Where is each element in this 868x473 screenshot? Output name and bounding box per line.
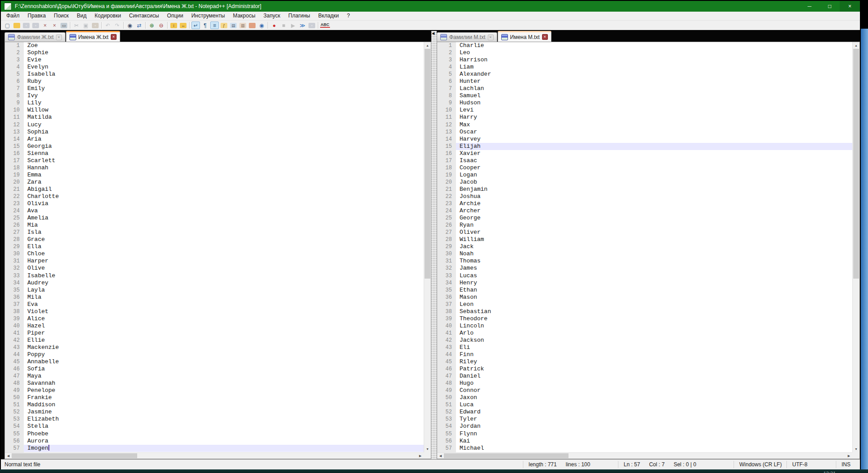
scroll-left-arrow-icon[interactable]: ◀ — [5, 453, 12, 459]
pane-splitter[interactable]: ◀ — [431, 31, 437, 459]
scroll-right-arrow-icon[interactable]: ▶ — [417, 453, 424, 459]
line-number: 17 — [5, 157, 24, 164]
redo-icon[interactable]: ↷ — [113, 22, 122, 29]
right-text-area[interactable]: 1Charlie2Leo3Harrison4Liam5Alexander6Hun… — [437, 42, 852, 452]
scroll-left-arrow-icon[interactable]: ◀ — [437, 453, 444, 459]
macro-stop-icon[interactable]: ■ — [279, 22, 288, 29]
left-vscroll-thumb[interactable] — [425, 49, 430, 279]
tab-close-icon[interactable]: × — [56, 34, 62, 40]
macro-save-icon[interactable]: ▫ — [308, 22, 316, 29]
close-file-icon[interactable]: × — [41, 22, 49, 29]
new-file-icon[interactable]: ▢ — [3, 22, 12, 29]
line-number: 13 — [437, 129, 456, 136]
right-hscroll-thumb[interactable] — [444, 453, 569, 458]
menu-item-language[interactable]: Синтаксисы — [125, 12, 163, 20]
menu-item-run[interactable]: Запуск — [260, 12, 285, 20]
function-list-icon[interactable]: ƒ — [220, 22, 228, 29]
macro-run-multiple-icon[interactable]: ≫ — [298, 22, 307, 29]
scroll-up-arrow-icon[interactable]: ▲ — [853, 42, 859, 49]
document-map-icon[interactable]: ▤ — [229, 22, 238, 29]
tab-имена-ж-txt[interactable]: Имена Ж.txt× — [66, 31, 120, 42]
scroll-down-arrow-icon[interactable]: ▼ — [853, 446, 859, 452]
print-icon[interactable]: ▭ — [60, 22, 68, 29]
line-number: 35 — [437, 287, 456, 294]
left-text-area[interactable]: 1Zoe2Sophie3Evie4Evelyn5Isabella6Ruby7Em… — [5, 42, 424, 452]
save-all-icon[interactable]: ▫ — [31, 22, 40, 29]
line-text: Theodore — [456, 315, 852, 322]
menu-item-help[interactable]: ? — [343, 12, 354, 20]
right-editor[interactable]: 1Charlie2Leo3Harrison4Liam5Alexander6Hun… — [437, 42, 860, 459]
sync-vertical-scrolling-icon[interactable]: ↕ — [169, 22, 178, 29]
editor-line: 25Amelia — [5, 215, 424, 222]
line-text: Savannah — [24, 380, 424, 387]
right-vertical-scrollbar[interactable]: ▲ ▼ — [852, 42, 859, 452]
menu-item-edit[interactable]: Правка — [24, 12, 50, 20]
spell-check-abc-icon[interactable]: ABC — [320, 22, 330, 29]
tab-close-icon[interactable]: × — [542, 34, 548, 40]
editor-line: 32James — [437, 265, 852, 272]
indent-guide-icon[interactable]: ≡ — [210, 22, 219, 29]
save-icon[interactable]: ▫ — [22, 22, 30, 29]
line-number: 32 — [437, 265, 456, 272]
left-editor[interactable]: 1Zoe2Sophie3Evie4Evelyn5Isabella6Ruby7Em… — [4, 42, 431, 459]
zoom-out-icon[interactable]: ⊖ — [157, 22, 165, 29]
copy-icon[interactable]: ▣ — [82, 22, 90, 29]
maximize-button[interactable]: □ — [820, 1, 840, 12]
tab-close-icon[interactable]: × — [488, 34, 494, 40]
paste-icon[interactable]: ▫ — [91, 22, 100, 29]
macro-playback-icon[interactable]: ▶ — [289, 22, 297, 29]
file-monitoring-eye-icon[interactable]: ◉ — [257, 22, 266, 29]
cut-glyph: ✂ — [74, 22, 78, 29]
right-horizontal-scrollbar[interactable]: ◀ ▶ — [437, 452, 852, 459]
status-encoding[interactable]: UTF-8 — [786, 461, 836, 468]
menu-item-settings[interactable]: Опции — [163, 12, 187, 20]
line-number: 11 — [5, 114, 24, 121]
cut-icon[interactable]: ✂ — [72, 22, 81, 29]
replace-icon[interactable]: ⇄ — [135, 22, 143, 29]
zoom-in-icon[interactable]: ⊕ — [148, 22, 156, 29]
left-hscroll-thumb[interactable] — [12, 453, 137, 458]
word-wrap-icon[interactable]: ↵ — [191, 22, 200, 29]
show-all-characters-icon[interactable]: ¶ — [201, 22, 209, 29]
menu-item-tools[interactable]: Инструменты — [187, 12, 229, 20]
tab-имена-m-txt[interactable]: Имена M.txt× — [498, 31, 551, 42]
scroll-up-arrow-icon[interactable]: ▲ — [424, 42, 431, 49]
undo-icon[interactable]: ↶ — [104, 22, 112, 29]
find-icon[interactable]: ◉ — [126, 22, 134, 29]
sync-horizontal-scrolling-icon[interactable]: ↔ — [179, 22, 187, 29]
close-all-icon[interactable]: × — [50, 22, 59, 29]
scroll-down-arrow-icon[interactable]: ▼ — [424, 446, 431, 452]
editor-line: 8Samuel — [437, 92, 852, 99]
close-button[interactable]: × — [840, 1, 860, 12]
scroll-right-arrow-icon[interactable]: ▶ — [846, 453, 852, 459]
menu-item-search[interactable]: Поиск — [50, 12, 73, 20]
editor-line: 32Olive — [5, 265, 424, 272]
tab-close-icon[interactable]: × — [111, 34, 117, 40]
menu-item-window[interactable]: Вкладки — [314, 12, 343, 20]
macro-record-icon[interactable]: ● — [270, 22, 278, 29]
left-vertical-scrollbar[interactable]: ▲ ▼ — [424, 42, 431, 452]
undo-glyph: ↶ — [105, 22, 110, 29]
menu-item-view[interactable]: Вид — [73, 12, 91, 20]
menu-item-plugins[interactable]: Плагины — [284, 12, 314, 20]
editor-line: 31Thomas — [437, 258, 852, 265]
left-horizontal-scrollbar[interactable]: ◀ ▶ — [5, 452, 424, 459]
sync-vertical-scrolling-glyph: ↕ — [170, 23, 177, 28]
right-vscroll-thumb[interactable] — [853, 49, 859, 279]
line-text: Oscar — [456, 129, 852, 136]
tab-фамилии-ж-txt[interactable]: Фамилии Ж.txt× — [4, 32, 65, 42]
menu-item-encoding[interactable]: Кодировки — [91, 12, 125, 20]
tab-фамилии-m-txt[interactable]: Фамилии M.txt× — [437, 32, 497, 42]
menu-item-file[interactable]: Файл — [2, 12, 24, 20]
folder-as-workspace-icon[interactable] — [248, 22, 256, 29]
status-typing-mode[interactable]: INS — [836, 461, 860, 468]
document-switcher-icon[interactable]: ▥ — [239, 22, 247, 29]
splitter-collapse-arrow-icon[interactable]: ◀ — [432, 32, 434, 35]
open-file-icon[interactable] — [13, 22, 21, 29]
status-eol-format[interactable]: Windows (CR LF) — [733, 461, 786, 468]
line-number: 27 — [5, 229, 24, 236]
line-number: 47 — [437, 373, 456, 380]
line-number: 31 — [437, 258, 456, 265]
minimize-button[interactable]: ─ — [799, 1, 820, 12]
menu-item-macro[interactable]: Макросы — [229, 12, 260, 20]
